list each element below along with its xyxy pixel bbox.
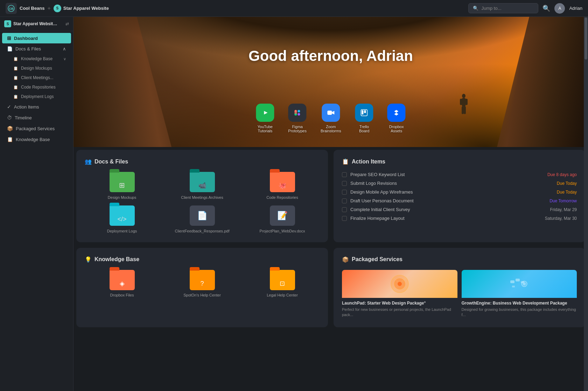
brand-icon: CB	[6, 3, 17, 14]
kb-item-spoton[interactable]: ? SpotOn's Help Center	[165, 270, 239, 297]
growthengine-image	[462, 270, 577, 298]
sidebar-project-header[interactable]: S Star Apparel Website ... ⇄	[0, 17, 73, 31]
file-item-design-mockups[interactable]: ⊞ Design Mockups	[85, 172, 159, 200]
client-feedback-label: ClientFeedback_Responses.pdf	[175, 229, 230, 233]
project-name: Star Apparel Website	[63, 6, 109, 11]
sidebar-project-toggle[interactable]: ⇄	[65, 21, 69, 26]
svg-text:CB: CB	[9, 7, 14, 11]
scrollbar-track[interactable]	[584, 17, 588, 391]
code-sub-icon: 📋	[13, 85, 18, 90]
service-card-growthengine[interactable]: GrowthEngine: Business Web Development P…	[462, 270, 577, 319]
trello-icon	[355, 104, 373, 122]
sidebar-project-icon: S	[4, 20, 11, 27]
svg-point-2	[462, 94, 465, 98]
deployment-logs-folder: </>	[110, 205, 135, 226]
meetings-sub-icon: 📋	[13, 76, 18, 80]
client-meetings-label: Client Meetings Archives	[181, 195, 223, 200]
knowledge-base-section: 💡 Knowledge Base ◈ Dropbox Files	[76, 248, 328, 328]
svg-point-22	[398, 282, 402, 286]
docs-files-title-area: 👥 Docs & Files	[85, 158, 320, 165]
sidebar-nav-section: ⊞ Dashboard 📄 Docs & Files ∧ 📋 Knowledge…	[0, 31, 73, 146]
sidebar-item-client-meetings[interactable]: 📋 Client Meetings...	[2, 73, 71, 82]
growthengine-desc: Designed for growing businesses, this pa…	[462, 307, 577, 318]
sidebar-item-deployment-logs[interactable]: 📋 Deployment Logs	[2, 92, 71, 101]
kb-sub-icon: 📋	[13, 57, 18, 61]
action-text-logo: Submit Logo Revisions	[350, 181, 553, 186]
svg-rect-13	[295, 112, 297, 114]
services-icon: 📦	[7, 126, 13, 131]
service-card-launchpad[interactable]: LaunchPad: Starter Web Design Package° P…	[342, 270, 457, 319]
file-item-code-repos[interactable]: 🐙 Code Repositories	[245, 172, 320, 200]
brand-logo-area[interactable]: CB Cool Beans	[6, 3, 45, 14]
action-due-seo: Due 8 days ago	[547, 172, 577, 177]
sidebar-item-docs-files[interactable]: 📄 Docs & Files ∧	[2, 44, 71, 54]
search-icon[interactable]: 🔍	[542, 5, 550, 12]
avatar[interactable]: A	[554, 3, 565, 14]
docs-files-section: 👥 Docs & Files ⊞ Design Mockups	[76, 150, 328, 242]
action-item-personas: Draft User Personas Document Due Tomorro…	[342, 198, 577, 203]
project-plan-label: ProjectPlan_WebDev.docx	[260, 229, 305, 233]
client-feedback-file-icon: 📄	[190, 205, 215, 226]
jump-to-search[interactable]: 🔍 Jump to...	[468, 3, 538, 13]
kb-item-dropbox[interactable]: ◈ Dropbox Files	[85, 270, 159, 297]
quick-links-bar: YouTubeTutorials FigmaPrototypes	[256, 104, 405, 133]
youtube-label: YouTubeTutorials	[258, 125, 273, 133]
zoom-label: ZoomBrainstorms	[321, 125, 341, 133]
sidebar-item-dashboard-label: Dashboard	[14, 36, 38, 41]
sidebar-item-packaged-services[interactable]: 📦 Packaged Services	[2, 123, 71, 134]
launchpad-desc: Perfect for new businesses or personal p…	[342, 307, 457, 318]
checkbox-seo[interactable]	[342, 172, 347, 177]
checkbox-personas[interactable]	[342, 198, 347, 203]
sidebar-item-dashboard[interactable]: ⊞ Dashboard	[2, 33, 71, 43]
kb-item-legal[interactable]: ⊡ Legal Help Center	[245, 270, 320, 297]
quick-link-figma[interactable]: FigmaPrototypes	[288, 104, 307, 133]
nav-icons-area: 🔍 A Adrian	[542, 3, 582, 14]
docs-files-section-icon: 👥	[85, 158, 92, 165]
packaged-services-title-area: 📦 Packaged Services	[342, 256, 577, 263]
sidebar-item-knowledge-base[interactable]: 📋 Knowledge Base ∨	[2, 54, 71, 63]
dropbox-label: DropboxAssets	[389, 125, 404, 133]
action-due-logo: Due Today	[557, 181, 577, 186]
file-item-client-meetings[interactable]: 📹 Client Meetings Archives	[165, 172, 239, 200]
file-item-deployment-logs[interactable]: </> Deployment Logs	[85, 205, 159, 233]
checkbox-survey[interactable]	[342, 207, 347, 212]
kb-expand-icon[interactable]: ∨	[63, 57, 66, 61]
trello-label: TrelloBoard	[359, 125, 369, 133]
services-grid: LaunchPad: Starter Web Design Package° P…	[342, 270, 577, 319]
quick-link-youtube[interactable]: YouTubeTutorials	[256, 104, 274, 133]
quick-link-trello[interactable]: TrelloBoard	[355, 104, 373, 133]
deployment-logs-label: Deployment Logs	[107, 229, 137, 233]
design-mockups-folder: ⊞	[110, 172, 135, 192]
sidebar-item-design-mockups[interactable]: 📋 Design Mockups	[2, 64, 71, 73]
sidebar-timeline-label: Timeline	[15, 115, 32, 120]
action-due-homepage: Saturday, Mar 30	[545, 216, 577, 221]
quick-link-dropbox[interactable]: DropboxAssets	[387, 104, 406, 133]
growthengine-title: GrowthEngine: Business Web Development P…	[462, 301, 577, 306]
sidebar-docs-label: Docs & Files	[15, 46, 41, 51]
dropbox-icon	[387, 104, 406, 122]
growthengine-info: GrowthEngine: Business Web Development P…	[462, 298, 577, 319]
brand-name: Cool Beans	[20, 6, 45, 11]
checkbox-wireframes[interactable]	[342, 190, 347, 195]
sidebar-item-timeline[interactable]: ⏱ Timeline	[2, 112, 71, 123]
file-item-project-plan[interactable]: 📝 ProjectPlan_WebDev.docx	[245, 205, 320, 233]
sidebar-item-code-repos[interactable]: 📋 Code Repositories	[2, 83, 71, 92]
spoton-folder: ?	[190, 270, 215, 290]
checkbox-logo[interactable]	[342, 181, 347, 186]
sidebar-item-action-items[interactable]: ✓ Action Items	[2, 102, 71, 112]
action-due-wireframes: Due Today	[557, 190, 577, 195]
scrollbar-thumb[interactable]	[584, 18, 587, 60]
docs-icon: 📄	[7, 46, 13, 51]
sidebar-item-knowledge-base-2[interactable]: 📋 Knowledge Base	[2, 134, 71, 145]
checkbox-homepage[interactable]	[342, 216, 347, 221]
sidebar-design-label: Design Mockups	[21, 66, 52, 71]
packaged-services-section: 📦 Packaged Services L	[334, 248, 585, 328]
docs-collapse-icon[interactable]: ∧	[63, 46, 66, 51]
search-placeholder: Jump to...	[481, 6, 501, 11]
sidebar-code-label: Code Repositories	[21, 85, 56, 90]
main-content: Good afternoon, Adrian YouTubeTutorials	[74, 0, 588, 374]
quick-link-zoom[interactable]: ZoomBrainstorms	[321, 104, 341, 133]
file-item-client-feedback[interactable]: 📄 ClientFeedback_Responses.pdf	[165, 205, 239, 233]
project-selector[interactable]: S Star Apparel Website	[54, 5, 109, 12]
action-due-personas: Due Tomorrow	[550, 198, 577, 203]
